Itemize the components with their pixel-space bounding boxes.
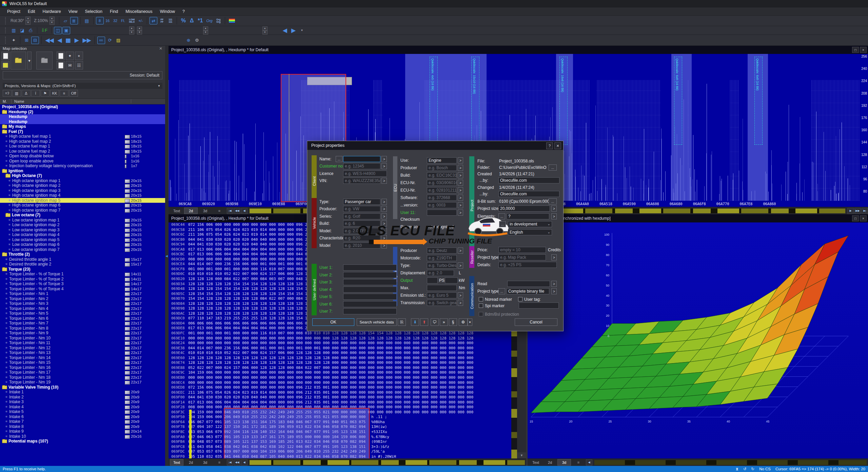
tree-item[interactable]: ✳Low octane fuel map 218x15 [0, 149, 165, 154]
hex-row[interactable]: 069E4C010 010 010 010 052 022 007 000 02… [169, 351, 511, 356]
engine-type-expand-button[interactable]: > [458, 262, 463, 269]
tree-item[interactable]: ✳Intake 120x9 [0, 390, 165, 395]
tree-item[interactable]: ✳Low octane ignition map 320x15 [0, 228, 165, 233]
snapshot-dropdown-icon[interactable]: ▼ [468, 318, 472, 326]
more-options-button[interactable]: » [440, 318, 448, 326]
tab-2d[interactable]: 2d [184, 208, 198, 214]
tree-item[interactable]: ✳Torque Limiter - Nm 522x17 [0, 311, 165, 316]
tree-item[interactable]: ✳Torque Limiter - % of Torque 114x11 [0, 272, 165, 277]
type-expand-button[interactable]: > [381, 199, 387, 205]
reseller-ptype-expand-button[interactable]: > [551, 254, 557, 260]
user-defined-input[interactable] [343, 272, 397, 278]
read-expand-button[interactable]: > [551, 281, 557, 287]
vehicle-type-input[interactable]: Passenger car [343, 199, 380, 205]
panel-close-icon[interactable]: ✕ [159, 46, 162, 51]
dialog-help-icon[interactable]: ? [546, 142, 553, 149]
tree-item[interactable]: ✳High octane fuel map 218x15 [0, 139, 165, 144]
comment-icon[interactable]: 🗩 [431, 318, 439, 326]
series-expand-button[interactable]: > [381, 213, 387, 219]
original-view-button[interactable]: Org [205, 17, 214, 24]
tree-item[interactable]: ✳Low octane ignition map 620x15 [0, 242, 165, 247]
map-list-dropdown-icon[interactable]: ▼ [298, 27, 306, 34]
tree-item[interactable]: ✳High octane fuel map 118x15 [0, 134, 165, 139]
elements-expand-button[interactable]: > [551, 213, 557, 219]
hexdump-2d-window-titlebar[interactable]: Project_100358.ols (Original), , Hexdump… [169, 46, 868, 54]
scroll-first-icon[interactable]: |◀ [227, 459, 233, 466]
spi-marker-checkbox[interactable] [479, 303, 483, 308]
engine-type-input[interactable]: e.g. Turbo-Diesel [427, 262, 457, 269]
filter-button[interactable]: Δ [22, 90, 31, 97]
tree-item[interactable]: ✳High octane ignition map 420x15 [0, 193, 165, 198]
project-state-dots-button[interactable]: ... [499, 221, 506, 227]
ecu-build-input[interactable]: e.g. EDC16C31 [427, 172, 457, 178]
tree-item[interactable]: ✳Torque Limiter - Nm 1722x17 [0, 370, 165, 375]
potential-map-window-titlebar[interactable]: Potential map] [Synchronized with hexdum… [528, 214, 868, 222]
map-overview-scrollbar[interactable] [594, 460, 867, 465]
search-vehicle-data-button[interactable]: Search vehicle data [357, 318, 397, 326]
menu-miscellaneous[interactable]: Miscellaneous [122, 7, 156, 15]
first-map-icon[interactable]: ◀◀ [44, 37, 55, 44]
customer-no-input[interactable]: e.g. 12345 [343, 163, 380, 169]
scroll-last-icon[interactable]: ▶| [862, 208, 868, 214]
hex-row[interactable]: 069F14017 013 006 006 004 004 004 004 00… [169, 400, 511, 405]
ecu-build-expand-button[interactable]: > [458, 172, 463, 178]
language-dropdown[interactable]: English [508, 229, 552, 235]
menu-hardware[interactable]: Hardware [39, 7, 64, 15]
vin-input[interactable]: e.g. WAUZZZ8E35A23 [343, 178, 380, 184]
tab-2d[interactable]: 2d [184, 459, 198, 466]
producer-expand-button[interactable]: > [381, 206, 387, 212]
engine-producer-input[interactable]: e.g. Deutz [427, 248, 457, 254]
filter-button[interactable]: ▥ [12, 90, 21, 97]
factor-view-button[interactable]: *1 [196, 17, 204, 24]
filter-button[interactable]: KK [50, 90, 59, 97]
filter-button[interactable]: ⚑ [41, 90, 50, 97]
tree-item[interactable]: Hexdump [0, 119, 165, 124]
customer-expand-button[interactable]: > [381, 163, 387, 169]
tree-item[interactable]: ✳Intake 320x9 [0, 399, 165, 405]
swap-bytes-icon[interactable]: ⇄ [150, 17, 157, 24]
tree-item[interactable]: ✳Torque Limiter - % of Torque 214x11 [0, 277, 165, 282]
mail-button[interactable]: ✉ [66, 61, 74, 70]
hex-row[interactable]: 069E88052 022 007 000 024 157 006 000 12… [169, 366, 511, 371]
filter-button[interactable]: ī [31, 90, 40, 97]
window-maximize-icon[interactable]: □ [852, 47, 859, 53]
next-icon[interactable]: ▶ [73, 37, 81, 44]
scroll-prev-page-icon[interactable]: ◀◀ [234, 208, 240, 214]
decimal-display-button[interactable]: 111111 [166, 17, 174, 24]
rotation-spinner[interactable]: ▲▼ [25, 17, 31, 25]
comm-ptype-expand-button[interactable]: > [551, 288, 557, 294]
percent-view-button[interactable]: % [179, 17, 187, 24]
tree-item[interactable]: ✳Desired throttle angle 215x17 [0, 262, 165, 267]
ecu-nr1-expand-button[interactable]: > [458, 180, 463, 186]
open-project-icon[interactable]: ◪ [18, 27, 26, 34]
tab-3d[interactable]: 3d [198, 208, 212, 214]
wizard-icon[interactable]: ✦ [10, 37, 18, 44]
settings-icon[interactable]: ⚙ [193, 37, 201, 44]
project-size-expand-button[interactable]: > [551, 205, 557, 212]
tree-column-header[interactable]: M. Name [0, 98, 165, 104]
tree-item[interactable]: ✳Desired throttle angle 115x17 [0, 257, 165, 262]
panel-toggle-icon[interactable]: ◫ [54, 27, 62, 34]
cancel-button[interactable]: Cancel [515, 318, 557, 326]
original-compare-button[interactable]: OrgOrg [215, 17, 222, 24]
export-map-button[interactable] [57, 61, 65, 70]
tab-2d[interactable]: 2d [543, 459, 557, 466]
transmission-input[interactable]: e.g. Switch gear [427, 300, 457, 306]
tree-item[interactable]: ✳High octane ignition map 220x15 [0, 183, 165, 188]
map-pack-icon[interactable]: ▨ [114, 37, 122, 44]
vin-expand-button[interactable]: > [381, 178, 387, 184]
output-ps-input[interactable] [427, 277, 438, 283]
window-split-icon[interactable]: ⊟ [31, 37, 39, 44]
toolbar-grip[interactable] [5, 17, 7, 24]
last-map-icon[interactable]: ▶▶ [81, 37, 93, 44]
tree-item[interactable]: ✳Torque Limiter - Nm 922x17 [0, 331, 165, 336]
tree-item[interactable]: Fuel (7) [0, 129, 165, 134]
transmission-expand-button[interactable]: > [458, 300, 463, 306]
user-defined-input[interactable] [343, 287, 397, 293]
tree-item[interactable]: ✳Intake 620x9 [0, 414, 165, 419]
tree-item[interactable]: ✳Torque Limiter - Nm 1522x17 [0, 360, 165, 365]
color-scale-icon[interactable] [228, 17, 236, 24]
hex-row[interactable]: 069F00044 041 030 030 020 020 020 040 04… [169, 395, 511, 400]
series-input[interactable]: e.g. Golf [343, 213, 380, 219]
byte-width-32[interactable]: 32 [112, 17, 119, 24]
